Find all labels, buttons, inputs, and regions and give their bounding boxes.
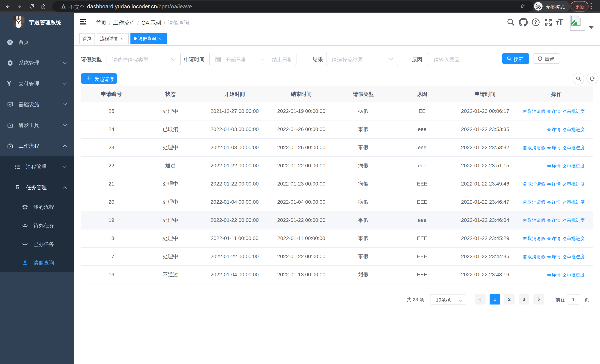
svg-text:?: ? <box>534 19 537 25</box>
